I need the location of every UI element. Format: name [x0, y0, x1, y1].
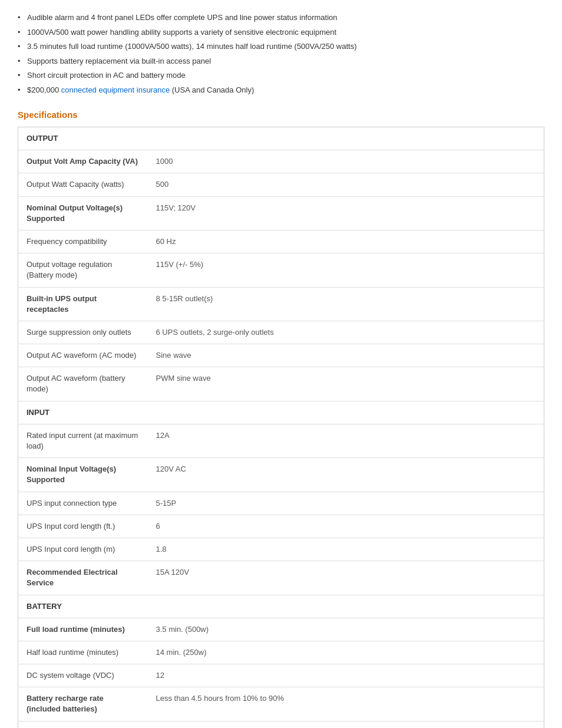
table-section-header: BATTERY — [18, 595, 544, 618]
table-row: Output Watt Capacity (watts)500 — [18, 173, 544, 196]
row-value: 15A 120V — [148, 561, 544, 595]
row-label: Surge suppression only outlets — [18, 321, 148, 344]
table-row: Rated input current (at maximum load)12A — [18, 424, 544, 457]
table-row: Frequency compatibility60 Hz — [18, 230, 544, 253]
section-title: Specifications — [18, 110, 544, 120]
row-label: Output Watt Capacity (watts) — [18, 173, 148, 196]
row-label: Built-in UPS output receptacles — [18, 287, 148, 321]
row-label: Output AC waveform (AC mode) — [18, 344, 148, 367]
row-label: Output Volt Amp Capacity (VA) — [18, 150, 148, 173]
row-label: Frequency compatibility — [18, 230, 148, 253]
row-label: Nominal Input Voltage(s) Supported — [18, 458, 148, 492]
table-row: Surge suppression only outlets6 UPS outl… — [18, 321, 544, 344]
row-label: Output AC waveform (battery mode) — [18, 367, 148, 401]
table-row: Nominal Output Voltage(s) Supported115V;… — [18, 196, 544, 230]
bullet-item-5: Short circuit protection in AC and batte… — [18, 70, 544, 81]
table-row: Full load runtime (minutes)3.5 min. (500… — [18, 618, 544, 641]
row-label: Replacement battery cartridge (internal … — [18, 721, 148, 728]
row-label: Full load runtime (minutes) — [18, 618, 148, 641]
row-label: UPS Input cord length (ft.) — [18, 515, 148, 538]
row-value: RBC51 — [148, 721, 544, 728]
row-value: PWM sine wave — [148, 367, 544, 401]
row-value: 60 Hz — [148, 230, 544, 253]
row-value: 14 min. (250w) — [148, 641, 544, 664]
row-value: Less than 4.5 hours from 10% to 90% — [148, 687, 544, 721]
bullet-item-1: Audible alarm and 4 front panel LEDs off… — [18, 12, 544, 24]
table-row: Recommended Electrical Service15A 120V — [18, 561, 544, 595]
table-row: Output voltage regulation (Battery mode)… — [18, 253, 544, 287]
table-row: UPS Input cord length (m)1.8 — [18, 538, 544, 561]
table-section-header: INPUT — [18, 401, 544, 424]
bullet-item-2: 1000VA/500 watt power handling ability s… — [18, 27, 544, 38]
row-value: 500 — [148, 173, 544, 196]
row-label: Output voltage regulation (Battery mode) — [18, 253, 148, 287]
table-row: Output AC waveform (AC mode)Sine wave — [18, 344, 544, 367]
table-row: Built-in UPS output receptacles8 5-15R o… — [18, 287, 544, 321]
row-value: 8 5-15R outlet(s) — [148, 287, 544, 321]
bullet-item-4: Supports battery replacement via built-i… — [18, 55, 544, 67]
row-value: 1.8 — [148, 538, 544, 561]
row-value: 1000 — [148, 150, 544, 173]
table-section-header: OUTPUT — [18, 127, 544, 150]
row-value: 6 — [148, 515, 544, 538]
bullet-item-6: $200,000 connected equipment insurance (… — [18, 84, 544, 96]
table-row: DC system voltage (VDC)12 — [18, 664, 544, 687]
row-value: 12A — [148, 424, 544, 457]
table-row: Output Volt Amp Capacity (VA)1000 — [18, 150, 544, 173]
row-value: 3.5 min. (500w) — [148, 618, 544, 641]
feature-list: Audible alarm and 4 front panel LEDs off… — [18, 12, 544, 95]
row-label: UPS input connection type — [18, 492, 148, 515]
row-value: 115V; 120V — [148, 196, 544, 230]
row-label: DC system voltage (VDC) — [18, 664, 148, 687]
table-row: UPS Input cord length (ft.)6 — [18, 515, 544, 538]
table-row: Output AC waveform (battery mode)PWM sin… — [18, 367, 544, 401]
specifications-table: OUTPUTOutput Volt Amp Capacity (VA)1000O… — [18, 127, 544, 728]
row-label: Nominal Output Voltage(s) Supported — [18, 196, 148, 230]
row-value: 12 — [148, 664, 544, 687]
row-label: Battery recharge rate (included batterie… — [18, 687, 148, 721]
table-row: Replacement battery cartridge (internal … — [18, 721, 544, 728]
table-row: Nominal Input Voltage(s) Supported120V A… — [18, 458, 544, 492]
bullet-item-3: 3.5 minutes full load runtime (1000VA/50… — [18, 41, 544, 52]
row-value: 120V AC — [148, 458, 544, 492]
row-value: 115V (+/- 5%) — [148, 253, 544, 287]
row-value: 5-15P — [148, 492, 544, 515]
row-label: UPS Input cord length (m) — [18, 538, 148, 561]
table-row: Half load runtime (minutes)14 min. (250w… — [18, 641, 544, 664]
row-value: Sine wave — [148, 344, 544, 367]
table-row: UPS input connection type5-15P — [18, 492, 544, 515]
table-row: Battery recharge rate (included batterie… — [18, 687, 544, 721]
insurance-link[interactable]: connected equipment insurance — [61, 85, 170, 94]
row-label: Rated input current (at maximum load) — [18, 424, 148, 457]
row-value: 6 UPS outlets, 2 surge-only outlets — [148, 321, 544, 344]
row-label: Half load runtime (minutes) — [18, 641, 148, 664]
row-label: Recommended Electrical Service — [18, 561, 148, 595]
